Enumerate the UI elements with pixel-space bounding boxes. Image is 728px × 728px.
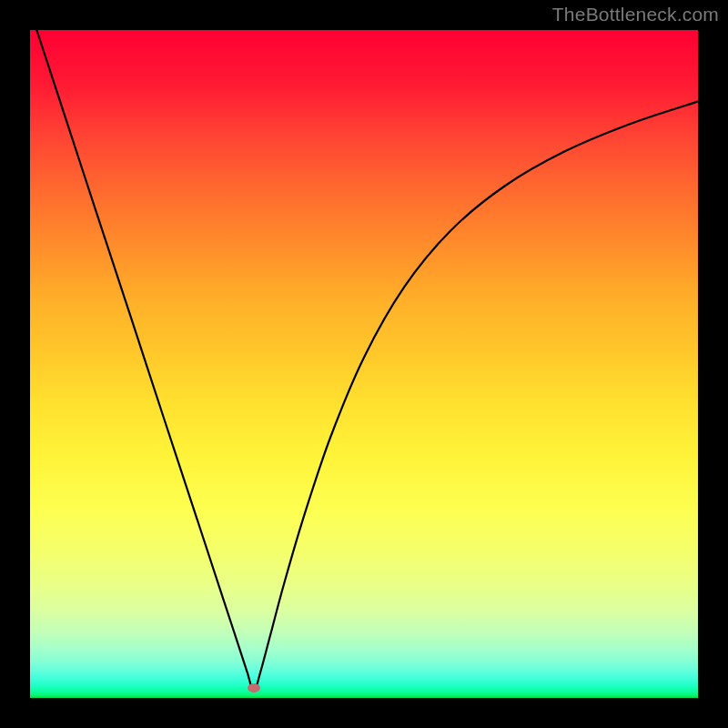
curve-svg xyxy=(30,30,698,698)
chart-frame: TheBottleneck.com xyxy=(0,0,728,728)
watermark-text: TheBottleneck.com xyxy=(552,4,719,25)
plot-area xyxy=(30,30,698,698)
bottleneck-curve xyxy=(36,30,698,692)
minimum-marker xyxy=(248,683,260,693)
